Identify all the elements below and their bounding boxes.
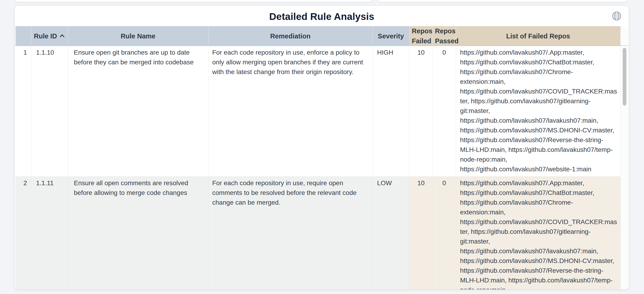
row-index-cell: 2 <box>16 177 31 290</box>
column-header-repos-passed[interactable]: Repos Passed <box>432 26 456 46</box>
header-divider-line <box>15 45 629 46</box>
top-card-right <box>378 0 627 2</box>
table-header-row: Rule ID Rule Name Remediation Severity R… <box>16 26 620 46</box>
remediation-cell: For each code repository in use, require… <box>208 177 372 290</box>
severity-cell: HIGH <box>372 46 410 177</box>
rule-name-cell: Ensure all open comments are resolved be… <box>68 177 208 290</box>
column-header-index <box>16 26 31 46</box>
repos-failed-cell: 10 <box>410 46 432 177</box>
rule-id-cell: 1.1.10 <box>31 46 68 177</box>
column-header-remediation[interactable]: Remediation <box>208 26 372 46</box>
top-card-left <box>15 0 372 2</box>
failed-repos-list-cell: https://github.com/lavakush07/.App:maste… <box>456 177 620 290</box>
globe-icon[interactable] <box>611 10 622 21</box>
vertical-scrollbar-track[interactable] <box>620 26 629 289</box>
row-index-cell: 1 <box>16 46 31 177</box>
remediation-cell: For each code repository in use, enforce… <box>208 46 372 177</box>
column-header-rule-name[interactable]: Rule Name <box>68 26 208 46</box>
rule-name-cell: Ensure open git branches are up to date … <box>68 46 208 177</box>
repos-passed-cell: 0 <box>432 46 456 177</box>
severity-cell: LOW <box>372 177 410 290</box>
rule-analysis-table: Rule ID Rule Name Remediation Severity R… <box>16 26 620 289</box>
table-row: 1 1.1.10 Ensure open git branches are up… <box>16 46 620 177</box>
repos-failed-cell: 10 <box>410 177 432 290</box>
repos-passed-cell: 0 <box>432 177 456 290</box>
page-title: Detailed Rule Analysis <box>269 11 374 22</box>
sort-ascending-icon <box>59 34 65 38</box>
failed-repos-list-cell: https://github.com/lavakush07/.App:maste… <box>456 46 620 177</box>
column-header-label: Rule ID <box>34 32 57 40</box>
column-header-rule-id[interactable]: Rule ID <box>31 26 68 46</box>
table-row: 2 1.1.11 Ensure all open comments are re… <box>16 177 620 290</box>
detailed-rule-analysis-card: Detailed Rule Analysis Rule ID Rule Name <box>15 6 629 289</box>
vertical-scrollbar-thumb[interactable] <box>623 48 626 106</box>
column-header-severity[interactable]: Severity <box>372 26 410 46</box>
column-header-failed-repos-list[interactable]: List of Failed Repos <box>456 26 620 46</box>
rule-id-cell: 1.1.11 <box>31 177 68 290</box>
column-header-repos-failed[interactable]: Repos Failed <box>410 26 432 46</box>
card-header: Detailed Rule Analysis <box>15 6 629 26</box>
